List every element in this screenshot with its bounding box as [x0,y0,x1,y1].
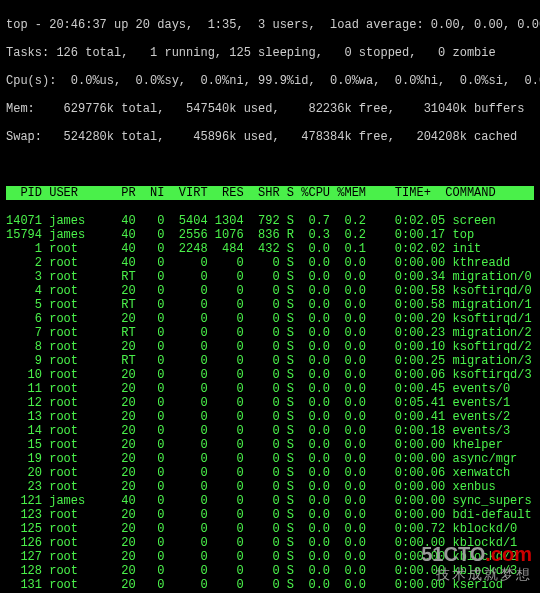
process-row[interactable]: 14071 james 40 0 5404 1304 792 S 0.7 0.2… [6,214,534,228]
process-row[interactable]: 12 root 20 0 0 0 0 S 0.0 0.0 0:05.41 eve… [6,396,534,410]
process-row[interactable]: 19 root 20 0 0 0 0 S 0.0 0.0 0:00.00 asy… [6,452,534,466]
process-row[interactable]: 13 root 20 0 0 0 0 S 0.0 0.0 0:00.41 eve… [6,410,534,424]
process-row[interactable]: 9 root RT 0 0 0 0 S 0.0 0.0 0:00.25 migr… [6,354,534,368]
summary-cpu: Cpu(s): 0.0%us, 0.0%sy, 0.0%ni, 99.9%id,… [6,74,534,88]
process-row[interactable]: 10 root 20 0 0 0 0 S 0.0 0.0 0:00.06 kso… [6,368,534,382]
process-row[interactable]: 1 root 40 0 2248 484 432 S 0.0 0.1 0:02.… [6,242,534,256]
process-row[interactable]: 8 root 20 0 0 0 0 S 0.0 0.0 0:00.10 ksof… [6,340,534,354]
process-row[interactable]: 20 root 20 0 0 0 0 S 0.0 0.0 0:00.06 xen… [6,466,534,480]
process-row[interactable]: 131 root 20 0 0 0 0 S 0.0 0.0 0:00.00 ks… [6,578,534,592]
process-row[interactable]: 23 root 20 0 0 0 0 S 0.0 0.0 0:00.00 xen… [6,480,534,494]
summary-mem: Mem: 629776k total, 547540k used, 82236k… [6,102,534,116]
process-row[interactable]: 121 james 40 0 0 0 0 S 0.0 0.0 0:00.00 s… [6,494,534,508]
process-row[interactable]: 6 root 20 0 0 0 0 S 0.0 0.0 0:00.20 ksof… [6,312,534,326]
blank-line [6,158,534,172]
process-row[interactable]: 15794 james 40 0 2556 1076 836 R 0.3 0.2… [6,228,534,242]
summary-tasks: Tasks: 126 total, 1 running, 125 sleepin… [6,46,534,60]
process-row[interactable]: 11 root 20 0 0 0 0 S 0.0 0.0 0:00.45 eve… [6,382,534,396]
process-row[interactable]: 125 root 20 0 0 0 0 S 0.0 0.0 0:00.72 kb… [6,522,534,536]
column-header[interactable]: PID USER PR NI VIRT RES SHR S %CPU %MEM … [6,186,534,200]
process-row[interactable]: 127 root 20 0 0 0 0 S 0.0 0.0 0:00.00 kb… [6,550,534,564]
process-row[interactable]: 15 root 20 0 0 0 0 S 0.0 0.0 0:00.00 khe… [6,438,534,452]
terminal[interactable]: top - 20:46:37 up 20 days, 1:35, 3 users… [0,0,540,593]
summary-uptime: top - 20:46:37 up 20 days, 1:35, 3 users… [6,18,534,32]
process-row[interactable]: 4 root 20 0 0 0 0 S 0.0 0.0 0:00.58 ksof… [6,284,534,298]
process-list[interactable]: 14071 james 40 0 5404 1304 792 S 0.7 0.2… [6,214,534,593]
process-row[interactable]: 2 root 40 0 0 0 0 S 0.0 0.0 0:00.00 kthr… [6,256,534,270]
process-row[interactable]: 7 root RT 0 0 0 0 S 0.0 0.0 0:00.23 migr… [6,326,534,340]
process-row[interactable]: 14 root 20 0 0 0 0 S 0.0 0.0 0:00.18 eve… [6,424,534,438]
process-row[interactable]: 123 root 20 0 0 0 0 S 0.0 0.0 0:00.00 bd… [6,508,534,522]
process-row[interactable]: 3 root RT 0 0 0 0 S 0.0 0.0 0:00.34 migr… [6,270,534,284]
process-row[interactable]: 5 root RT 0 0 0 0 S 0.0 0.0 0:00.58 migr… [6,298,534,312]
process-row[interactable]: 126 root 20 0 0 0 0 S 0.0 0.0 0:00.00 kb… [6,536,534,550]
process-row[interactable]: 128 root 20 0 0 0 0 S 0.0 0.0 0:00.00 kb… [6,564,534,578]
summary-swap: Swap: 524280k total, 45896k used, 478384… [6,130,534,144]
